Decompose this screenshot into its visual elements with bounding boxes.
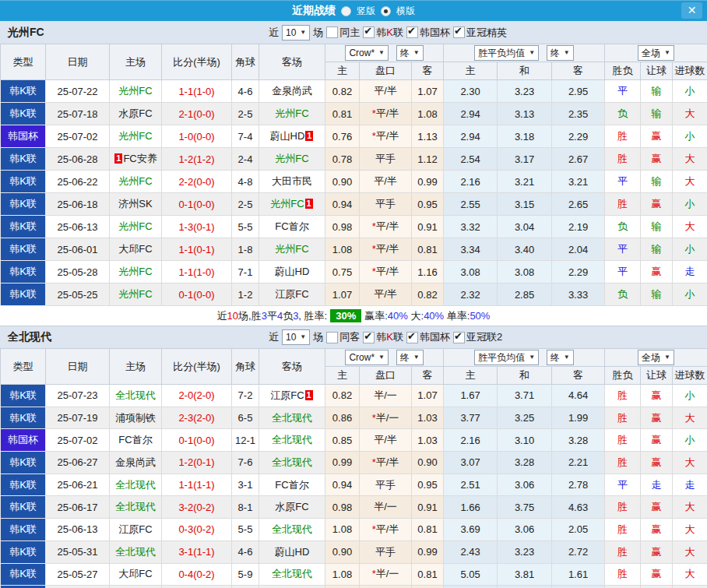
radio-horizontal-label[interactable]: 横版 xyxy=(396,5,415,18)
away-team-cell: 光州FC xyxy=(259,148,325,171)
handicap-star: * xyxy=(372,266,376,277)
handicap-cell: 平手 xyxy=(360,148,412,171)
col-result-wdl: 胜负 xyxy=(605,367,641,385)
handicap-cell: *平/半 xyxy=(360,216,412,238)
result-wdl-cell: 平 xyxy=(605,80,641,103)
handicap-cell: 半/一 xyxy=(360,496,412,519)
result-handicap-cell: 输 xyxy=(641,216,673,238)
handicap-star: * xyxy=(372,412,376,424)
same-away-checkbox[interactable]: 同客 xyxy=(326,330,360,344)
home-team-cell: 江原FC xyxy=(110,519,162,541)
radio-vertical-label[interactable]: 竖版 xyxy=(357,5,375,18)
acl-checkbox[interactable]: ✔ 亚冠精英 xyxy=(453,26,507,40)
scope-select[interactable]: 全场▼ xyxy=(638,45,674,61)
team-label: 全北现代 xyxy=(272,434,312,445)
avg-home-cell: 2.32 xyxy=(444,283,498,306)
date-cell: 25-06-13 xyxy=(46,216,110,238)
type-cell: 韩K联 xyxy=(1,148,46,171)
col-avg-away: 客 xyxy=(552,62,605,80)
match-row: 韩K联25-06-27金泉尚武1-2(0-1)7-6全北现代0.99*平/半0.… xyxy=(1,452,707,474)
date-cell: 25-05-28 xyxy=(46,261,110,283)
match-count-select[interactable]: 10▼ xyxy=(282,329,310,345)
league-k-checkbox[interactable]: ✔ 韩K联 xyxy=(363,26,403,40)
handicap-cell: *平/半 xyxy=(360,519,412,541)
results-table-gwangju: 类型 日期 主场 比分(半场) 角球 客场 Crow*▼ 终▼ 胜平负均值▼ 终… xyxy=(0,44,707,306)
result-handicap-cell: 赢 xyxy=(641,261,673,283)
avg-away-cell: 3.28 xyxy=(552,429,605,452)
close-button[interactable]: ✕ xyxy=(681,2,702,19)
cup-checkbox[interactable]: ✔ 韩国杯 xyxy=(406,330,450,344)
result-goals-cell: 小 xyxy=(673,80,707,103)
col-odds-away: 客 xyxy=(412,62,444,80)
result-wdl-cell: 胜 xyxy=(605,125,641,148)
games-label: 场 xyxy=(313,26,323,40)
home-team-cell: 全北现代 xyxy=(110,385,162,407)
team-label: 江原FC xyxy=(270,389,304,401)
type-cell: 韩国杯 xyxy=(1,125,46,148)
odds-source-select[interactable]: Crow*▼ xyxy=(345,350,389,365)
handicap-cell: *平/半 xyxy=(360,103,412,125)
avg-away-cell: 2.29 xyxy=(552,261,605,283)
col-odds-line: 盘口 xyxy=(360,62,412,80)
acl-checkbox[interactable]: ✔ 亚冠联2 xyxy=(453,330,502,344)
odds-home-cell: 0.86 xyxy=(325,407,360,429)
odds-away-cell: 1.16 xyxy=(412,261,444,283)
avg-away-cell: 2.21 xyxy=(552,452,605,474)
avg-away-cell: 4.64 xyxy=(552,385,605,407)
avg-away-cell: 4.63 xyxy=(552,496,605,519)
scope-group-header: 全场▼ xyxy=(605,44,707,62)
avg-select[interactable]: 胜平负均值▼ xyxy=(474,350,539,365)
team-label: 蔚山HD xyxy=(275,266,310,277)
odds-away-cell: 0.82 xyxy=(412,283,444,306)
radio-vertical-layout[interactable] xyxy=(341,6,351,16)
result-handicap-cell: 赢 xyxy=(641,148,673,171)
odds-away-cell: 1.03 xyxy=(412,407,444,429)
team-label: 大田市民 xyxy=(272,175,312,187)
handicap-cell: 平/半 xyxy=(360,171,412,193)
result-wdl-cell: 胜 xyxy=(605,385,641,407)
chevron-down-icon: ▼ xyxy=(413,351,420,364)
avg-select[interactable]: 胜平负均值▼ xyxy=(474,45,539,61)
avg-away-cell: 2.67 xyxy=(552,148,605,171)
date-cell: 25-06-28 xyxy=(46,148,110,171)
avg-draw-cell: 3.23 xyxy=(498,540,552,563)
corner-cell: 12-1 xyxy=(232,429,259,452)
odds-time-select[interactable]: 终▼ xyxy=(396,45,424,61)
col-avg-draw: 和 xyxy=(498,367,552,385)
score-cell: 2-0(2-0) xyxy=(162,385,232,407)
handicap-cell: 平手 xyxy=(360,540,412,563)
checkbox-checked-icon: ✔ xyxy=(406,26,418,38)
result-goals-cell: 大 xyxy=(673,103,707,125)
result-handicap-cell: 输 xyxy=(641,80,673,103)
scope-group-header: 全场▼ xyxy=(605,349,707,367)
cup-checkbox[interactable]: ✔ 韩国杯 xyxy=(406,26,450,40)
chevron-down-icon: ▼ xyxy=(378,351,385,364)
result-handicap-cell: 输 xyxy=(641,283,673,306)
away-team-cell: 全北现代 xyxy=(259,519,325,541)
match-count-select[interactable]: 10▼ xyxy=(282,25,310,40)
avg-time-select[interactable]: 终▼ xyxy=(547,45,574,61)
league-k-checkbox[interactable]: ✔ 韩K联 xyxy=(363,330,403,344)
corner-cell: 7-2 xyxy=(232,385,259,407)
avg-home-cell: 2.54 xyxy=(444,148,498,171)
same-home-checkbox[interactable]: 同主 xyxy=(326,26,360,40)
chevron-down-icon: ▼ xyxy=(664,351,670,364)
col-odds-home: 主 xyxy=(325,367,360,385)
result-goals-cell: 小 xyxy=(673,193,707,216)
odds-home-cell: 0.90 xyxy=(325,171,360,193)
handicap-star: * xyxy=(372,456,376,468)
avg-time-select[interactable]: 终▼ xyxy=(547,350,574,365)
team-label: 浦项制铁 xyxy=(115,412,156,424)
home-team-cell: 光州FC xyxy=(110,216,162,238)
avg-home-cell: 1.67 xyxy=(444,385,498,407)
home-team-cell: 1FC安养 xyxy=(110,148,162,171)
date-cell: 25-05-25 xyxy=(46,283,110,306)
avg-home-cell: 3.08 xyxy=(444,261,498,283)
odds-home-cell: 0.81 xyxy=(325,103,360,125)
odds-source-select[interactable]: Crow*▼ xyxy=(345,45,389,61)
scope-select[interactable]: 全场▼ xyxy=(638,350,674,365)
match-row: 韩K联25-06-13光州FC1-3(0-1)5-5FC首尔0.98*平/半0.… xyxy=(1,216,707,238)
radio-horizontal-layout[interactable] xyxy=(381,6,391,16)
odds-time-select[interactable]: 终▼ xyxy=(396,350,424,365)
away-team-cell: 蔚山HD xyxy=(259,261,325,283)
